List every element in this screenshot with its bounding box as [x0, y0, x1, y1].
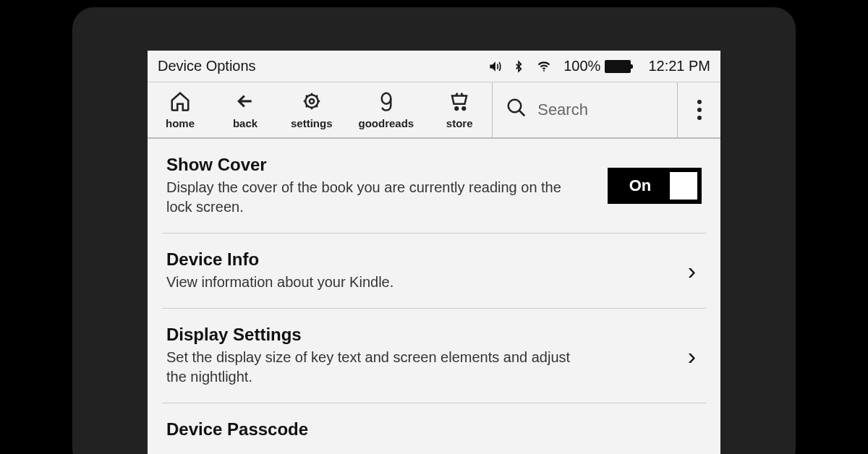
svg-point-1 — [543, 69, 545, 71]
settings-button[interactable]: settings — [291, 90, 333, 129]
store-button[interactable]: store — [440, 90, 479, 129]
battery-percent: 100% — [563, 58, 600, 74]
setting-description: Display the cover of the book you are cu… — [166, 178, 571, 217]
gear-icon — [301, 90, 323, 114]
wifi-icon — [535, 59, 553, 74]
svg-point-2 — [305, 95, 318, 108]
status-bar: Device Options — [148, 51, 720, 82]
toolbar: home back settings — [148, 82, 720, 139]
back-arrow-icon — [234, 90, 256, 114]
svg-marker-0 — [490, 61, 496, 71]
svg-point-4 — [382, 93, 391, 104]
volume-icon — [487, 59, 503, 74]
home-icon — [169, 90, 191, 114]
svg-point-3 — [310, 99, 314, 103]
toolbar-label: back — [233, 117, 258, 129]
setting-description: Set the display size of key text and scr… — [166, 348, 571, 387]
search-button[interactable]: Search — [492, 82, 677, 137]
toolbar-items: home back settings — [148, 82, 492, 137]
setting-device-passcode[interactable]: Device Passcode — [162, 403, 706, 454]
battery-icon — [605, 60, 631, 73]
svg-point-6 — [463, 107, 466, 110]
setting-device-info[interactable]: Device Info View information about your … — [162, 234, 706, 309]
search-icon — [506, 97, 527, 123]
clock: 12:21 PM — [648, 58, 710, 74]
show-cover-toggle[interactable]: On — [608, 168, 702, 204]
toolbar-label: home — [166, 117, 195, 129]
search-placeholder: Search — [537, 100, 588, 119]
setting-title: Device Info — [166, 249, 673, 270]
home-button[interactable]: home — [161, 90, 200, 129]
setting-display-settings[interactable]: Display Settings Set the display size of… — [162, 309, 706, 403]
chevron-right-icon: › — [688, 342, 702, 370]
battery-indicator: 100% — [563, 58, 631, 74]
setting-title: Device Passcode — [166, 419, 702, 440]
setting-title: Display Settings — [166, 325, 673, 345]
toolbar-label: goodreads — [359, 117, 414, 129]
bluetooth-icon — [513, 59, 524, 74]
device-bezel: Device Options — [72, 7, 796, 454]
battery-fill — [606, 61, 629, 72]
goodreads-button[interactable]: goodreads — [359, 90, 414, 129]
goodreads-icon — [375, 90, 397, 114]
settings-list: Show Cover Display the cover of the book… — [148, 139, 720, 454]
toggle-label: On — [612, 176, 663, 195]
toolbar-label: store — [446, 117, 473, 129]
setting-description: View information about your Kindle. — [166, 273, 571, 292]
svg-point-5 — [456, 107, 459, 110]
toolbar-label: settings — [291, 117, 333, 129]
more-menu-button[interactable] — [677, 82, 720, 137]
page-title: Device Options — [158, 58, 487, 74]
toggle-knob — [670, 172, 697, 200]
cart-icon — [448, 90, 470, 114]
back-button[interactable]: back — [226, 90, 265, 129]
more-vertical-icon — [697, 100, 702, 120]
setting-title: Show Cover — [166, 155, 593, 175]
screen: Device Options — [148, 51, 720, 454]
chevron-right-icon: › — [688, 257, 702, 285]
setting-show-cover[interactable]: Show Cover Display the cover of the book… — [162, 139, 706, 234]
status-icons: 100% 12:21 PM — [487, 58, 710, 74]
svg-point-7 — [509, 100, 522, 113]
